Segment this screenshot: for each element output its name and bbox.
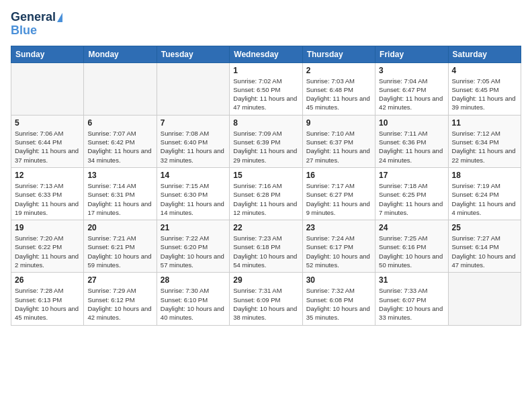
day-number: 18 <box>452 171 517 180</box>
day-number: 28 <box>161 275 226 285</box>
day-number: 23 <box>306 223 371 232</box>
calendar-cell: 6Sunrise: 7:07 AM Sunset: 6:42 PM Daylig… <box>84 115 157 167</box>
day-number: 9 <box>306 118 371 128</box>
day-info: Sunrise: 7:27 AM Sunset: 6:14 PM Dayligh… <box>452 234 517 269</box>
calendar-cell: 24Sunrise: 7:25 AM Sunset: 6:16 PM Dayli… <box>375 220 448 273</box>
calendar-cell: 15Sunrise: 7:16 AM Sunset: 6:28 PM Dayli… <box>230 167 302 220</box>
calendar-table: SundayMondayTuesdayWednesdayThursdayFrid… <box>11 46 521 326</box>
calendar-cell: 21Sunrise: 7:22 AM Sunset: 6:20 PM Dayli… <box>157 220 229 273</box>
calendar-cell: 14Sunrise: 7:15 AM Sunset: 6:30 PM Dayli… <box>157 167 229 220</box>
day-number: 1 <box>233 66 298 75</box>
day-info: Sunrise: 7:04 AM Sunset: 6:47 PM Dayligh… <box>379 77 444 112</box>
calendar-cell: 19Sunrise: 7:20 AM Sunset: 6:22 PM Dayli… <box>11 220 84 273</box>
weekday-header-sunday: Sunday <box>11 46 84 62</box>
day-info: Sunrise: 7:30 AM Sunset: 6:10 PM Dayligh… <box>161 286 226 322</box>
day-number: 10 <box>379 118 444 128</box>
day-info: Sunrise: 7:23 AM Sunset: 6:18 PM Dayligh… <box>233 234 298 269</box>
day-number: 21 <box>161 223 226 232</box>
calendar-cell: 9Sunrise: 7:10 AM Sunset: 6:37 PM Daylig… <box>302 115 375 167</box>
day-number: 11 <box>452 118 517 128</box>
calendar-cell: 11Sunrise: 7:12 AM Sunset: 6:34 PM Dayli… <box>448 115 521 167</box>
day-number: 12 <box>15 171 80 180</box>
day-info: Sunrise: 7:32 AM Sunset: 6:08 PM Dayligh… <box>306 286 371 322</box>
calendar-cell: 2Sunrise: 7:03 AM Sunset: 6:48 PM Daylig… <box>302 62 375 115</box>
calendar-cell: 3Sunrise: 7:04 AM Sunset: 6:47 PM Daylig… <box>375 62 448 115</box>
week-row-2: 5Sunrise: 7:06 AM Sunset: 6:44 PM Daylig… <box>11 115 521 167</box>
page-container: General Blue SundayMondayTuesdayWednesda… <box>0 0 532 331</box>
logo-blue: Blue <box>11 24 37 38</box>
weekday-header-thursday: Thursday <box>302 46 375 62</box>
calendar-cell: 20Sunrise: 7:21 AM Sunset: 6:21 PM Dayli… <box>84 220 157 273</box>
calendar-cell: 23Sunrise: 7:24 AM Sunset: 6:17 PM Dayli… <box>302 220 375 273</box>
calendar-cell <box>11 62 84 115</box>
day-info: Sunrise: 7:21 AM Sunset: 6:21 PM Dayligh… <box>87 234 152 269</box>
day-number: 29 <box>233 275 298 285</box>
day-number: 24 <box>379 223 444 232</box>
day-info: Sunrise: 7:31 AM Sunset: 6:09 PM Dayligh… <box>233 286 298 322</box>
day-info: Sunrise: 7:24 AM Sunset: 6:17 PM Dayligh… <box>306 234 371 269</box>
calendar-cell <box>157 62 229 115</box>
day-number: 31 <box>379 275 444 285</box>
day-info: Sunrise: 7:02 AM Sunset: 6:50 PM Dayligh… <box>233 77 298 112</box>
calendar-cell: 17Sunrise: 7:18 AM Sunset: 6:25 PM Dayli… <box>375 167 448 220</box>
calendar-cell: 28Sunrise: 7:30 AM Sunset: 6:10 PM Dayli… <box>157 273 229 325</box>
weekday-header-friday: Friday <box>375 46 448 62</box>
week-row-5: 26Sunrise: 7:28 AM Sunset: 6:13 PM Dayli… <box>11 273 521 325</box>
calendar-cell <box>448 273 521 325</box>
day-number: 22 <box>233 223 298 232</box>
week-row-3: 12Sunrise: 7:13 AM Sunset: 6:33 PM Dayli… <box>11 167 521 220</box>
day-number: 20 <box>87 223 152 232</box>
day-number: 13 <box>87 171 152 180</box>
day-info: Sunrise: 7:06 AM Sunset: 6:44 PM Dayligh… <box>15 129 80 165</box>
day-info: Sunrise: 7:29 AM Sunset: 6:12 PM Dayligh… <box>87 286 152 322</box>
day-info: Sunrise: 7:16 AM Sunset: 6:28 PM Dayligh… <box>233 181 298 217</box>
day-number: 26 <box>15 275 80 285</box>
day-number: 16 <box>306 171 371 180</box>
calendar-cell: 8Sunrise: 7:09 AM Sunset: 6:39 PM Daylig… <box>230 115 302 167</box>
logo-general: General <box>11 11 56 24</box>
day-number: 19 <box>15 223 80 232</box>
day-number: 6 <box>87 118 152 128</box>
day-info: Sunrise: 7:03 AM Sunset: 6:48 PM Dayligh… <box>306 77 371 112</box>
calendar-cell: 27Sunrise: 7:29 AM Sunset: 6:12 PM Dayli… <box>84 273 157 325</box>
calendar-cell: 1Sunrise: 7:02 AM Sunset: 6:50 PM Daylig… <box>230 62 302 115</box>
week-row-1: 1Sunrise: 7:02 AM Sunset: 6:50 PM Daylig… <box>11 62 521 115</box>
calendar-cell: 30Sunrise: 7:32 AM Sunset: 6:08 PM Dayli… <box>302 273 375 325</box>
day-info: Sunrise: 7:05 AM Sunset: 6:45 PM Dayligh… <box>452 77 517 112</box>
day-number: 27 <box>87 275 152 285</box>
weekday-header-saturday: Saturday <box>448 46 521 62</box>
day-info: Sunrise: 7:33 AM Sunset: 6:07 PM Dayligh… <box>379 286 444 322</box>
calendar-cell: 26Sunrise: 7:28 AM Sunset: 6:13 PM Dayli… <box>11 273 84 325</box>
calendar-cell: 29Sunrise: 7:31 AM Sunset: 6:09 PM Dayli… <box>230 273 302 325</box>
day-number: 30 <box>306 275 371 285</box>
day-info: Sunrise: 7:09 AM Sunset: 6:39 PM Dayligh… <box>233 129 298 165</box>
day-info: Sunrise: 7:15 AM Sunset: 6:30 PM Dayligh… <box>161 181 226 217</box>
day-number: 15 <box>233 171 298 180</box>
day-number: 3 <box>379 66 444 75</box>
day-info: Sunrise: 7:28 AM Sunset: 6:13 PM Dayligh… <box>15 286 80 322</box>
day-info: Sunrise: 7:22 AM Sunset: 6:20 PM Dayligh… <box>161 234 226 269</box>
header: General Blue <box>11 11 521 38</box>
day-info: Sunrise: 7:14 AM Sunset: 6:31 PM Dayligh… <box>87 181 152 217</box>
calendar-cell: 7Sunrise: 7:08 AM Sunset: 6:40 PM Daylig… <box>157 115 229 167</box>
day-info: Sunrise: 7:10 AM Sunset: 6:37 PM Dayligh… <box>306 129 371 165</box>
calendar-cell: 13Sunrise: 7:14 AM Sunset: 6:31 PM Dayli… <box>84 167 157 220</box>
day-number: 17 <box>379 171 444 180</box>
day-info: Sunrise: 7:12 AM Sunset: 6:34 PM Dayligh… <box>452 129 517 165</box>
calendar-cell: 22Sunrise: 7:23 AM Sunset: 6:18 PM Dayli… <box>230 220 302 273</box>
calendar-cell: 31Sunrise: 7:33 AM Sunset: 6:07 PM Dayli… <box>375 273 448 325</box>
week-row-4: 19Sunrise: 7:20 AM Sunset: 6:22 PM Dayli… <box>11 220 521 273</box>
calendar-cell <box>84 62 157 115</box>
weekday-header-monday: Monday <box>84 46 157 62</box>
weekday-header-wednesday: Wednesday <box>230 46 302 62</box>
day-info: Sunrise: 7:17 AM Sunset: 6:27 PM Dayligh… <box>306 181 371 217</box>
logo-triangle-icon <box>57 13 62 22</box>
day-number: 5 <box>15 118 80 128</box>
day-info: Sunrise: 7:11 AM Sunset: 6:36 PM Dayligh… <box>379 129 444 165</box>
calendar-cell: 4Sunrise: 7:05 AM Sunset: 6:45 PM Daylig… <box>448 62 521 115</box>
day-info: Sunrise: 7:20 AM Sunset: 6:22 PM Dayligh… <box>15 234 80 269</box>
day-info: Sunrise: 7:19 AM Sunset: 6:24 PM Dayligh… <box>452 181 517 217</box>
calendar-cell: 5Sunrise: 7:06 AM Sunset: 6:44 PM Daylig… <box>11 115 84 167</box>
day-number: 2 <box>306 66 371 75</box>
day-info: Sunrise: 7:08 AM Sunset: 6:40 PM Dayligh… <box>161 129 226 165</box>
